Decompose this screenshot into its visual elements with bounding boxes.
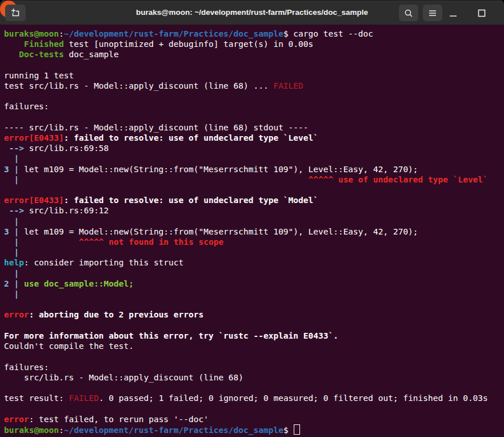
terminal-line xyxy=(4,299,504,309)
menu-button[interactable] xyxy=(423,5,442,21)
terminal-line: help: consider importing this struct xyxy=(4,257,504,268)
maximize-button[interactable] xyxy=(474,5,489,21)
terminal-line: | ^^^^^ use of undeclared type `Level` xyxy=(4,174,504,185)
terminal-line xyxy=(4,60,504,70)
terminal-line: buraks@moon:~/development/rust-farm/Prac… xyxy=(4,424,504,435)
minimize-icon xyxy=(449,8,458,18)
maximize-icon xyxy=(478,9,486,17)
terminal-line: error[E0433]: failed to resolve: use of … xyxy=(4,195,504,205)
terminal-line xyxy=(4,91,504,101)
new-tab-icon xyxy=(11,8,21,18)
terminal-line xyxy=(4,403,504,414)
minimize-button[interactable] xyxy=(446,5,461,21)
terminal-line xyxy=(4,383,504,393)
search-button[interactable] xyxy=(399,5,418,21)
terminal-output[interactable]: buraks@moon:~/development/rust-farm/Prac… xyxy=(0,25,504,437)
new-tab-button[interactable] xyxy=(5,5,26,21)
terminal-window: buraks@moon: ~/development/rust-farm/Pra… xyxy=(0,0,504,437)
terminal-line: | xyxy=(4,289,504,299)
terminal-line: | xyxy=(4,153,504,164)
terminal-line: 3 | let m109 = Model::new(String::from("… xyxy=(4,164,504,174)
titlebar[interactable]: buraks@moon: ~/development/rust-farm/Pra… xyxy=(0,0,504,25)
terminal-line xyxy=(4,185,504,195)
search-icon xyxy=(404,9,413,18)
terminal-line: error: test failed, to rerun pass '--doc… xyxy=(4,414,504,424)
terminal-line: --> src/lib.rs:69:58 xyxy=(4,143,504,153)
terminal-line: | ^^^^^ not found in this scope xyxy=(4,237,504,247)
terminal-line: --> src/lib.rs:69:12 xyxy=(4,205,504,216)
terminal-line: test src/lib.rs - Model::apply_discount … xyxy=(4,81,504,91)
terminal-line xyxy=(4,351,504,361)
terminal-line: running 1 test xyxy=(4,70,504,81)
terminal-line: test result: FAILED. 0 passed; 1 failed;… xyxy=(4,393,504,403)
terminal-cursor xyxy=(294,424,300,435)
terminal-line: 2 | use doc_sample::Model; xyxy=(4,279,504,289)
terminal-line: | xyxy=(4,268,504,279)
menu-icon xyxy=(428,9,437,17)
terminal-line: error[E0433]: failed to resolve: use of … xyxy=(4,133,504,143)
terminal-line: buraks@moon:~/development/rust-farm/Prac… xyxy=(4,29,504,39)
terminal-line: 3 | let m109 = Model::new(String::from("… xyxy=(4,227,504,237)
terminal-line xyxy=(4,112,504,122)
terminal-line: error: aborting due to 2 previous errors xyxy=(4,309,504,320)
terminal-line: failures: xyxy=(4,362,504,372)
terminal-line: failures: xyxy=(4,101,504,112)
terminal-line xyxy=(4,320,504,331)
terminal-line: Doc-tests doc_sample xyxy=(4,49,504,59)
terminal-line: Finished test [unoptimized + debuginfo] … xyxy=(4,39,504,49)
terminal-line: For more information about this error, t… xyxy=(4,331,504,341)
terminal-line: ---- src/lib.rs - Model::apply_discount … xyxy=(4,122,504,133)
terminal-line: src/lib.rs - Model::apply_discount (line… xyxy=(4,372,504,383)
terminal-line: | xyxy=(4,216,504,227)
terminal-line: Couldn't compile the test. xyxy=(4,341,504,351)
terminal-line: | xyxy=(4,247,504,257)
